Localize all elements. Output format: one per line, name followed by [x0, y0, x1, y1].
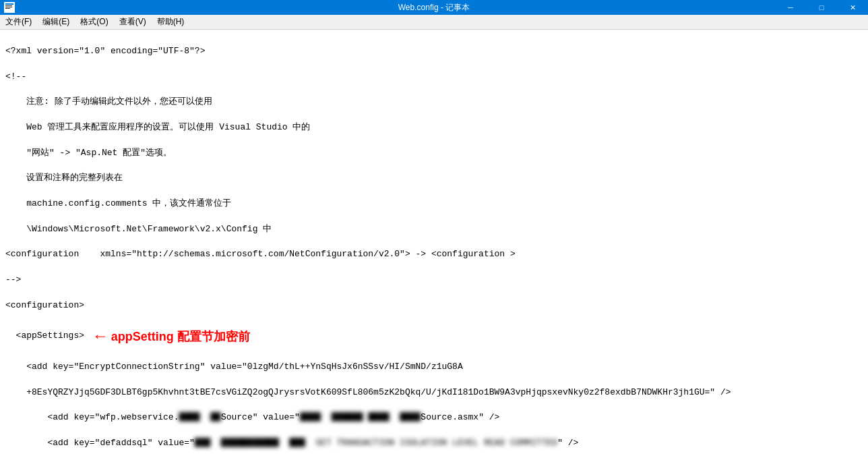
- line-8: \Windows\Microsoft.Net\Framework\v2.x\Co…: [5, 223, 863, 236]
- text-content[interactable]: <?xml version="1.0" encoding="UTF-8"?> <…: [0, 30, 868, 458]
- line-12: <appSettings> ←appSetting 配置节加密前: [5, 324, 863, 348]
- view-menu-item[interactable]: 查看(V): [114, 15, 152, 29]
- line-4: Web 管理工具来配置应用程序的设置。可以使用 Visual Studio 中的: [5, 121, 863, 134]
- line-3: 注意: 除了手动编辑此文件以外，您还可以使用: [5, 96, 863, 109]
- menu-bar: 文件(F) 编辑(E) 格式(O) 查看(V) 帮助(H): [0, 15, 868, 30]
- line-15: <add key="wfp.webservice.████ ██Source" …: [5, 411, 863, 424]
- line-9: <configuration xmlns="http://schemas.mic…: [5, 248, 863, 261]
- line-6: 设置和注释的完整列表在: [5, 172, 863, 185]
- line-5: "网站" -> "Asp.Net 配置"选项。: [5, 147, 863, 160]
- maximize-button[interactable]: □: [806, 0, 837, 15]
- close-button[interactable]: ✕: [837, 0, 868, 15]
- edit-menu-item[interactable]: 编辑(E): [37, 15, 75, 29]
- line-14: +8EsYQRZYJjq5GDF3DLBT6gp5Khvhnt3tBE7csVG…: [5, 387, 863, 399]
- line-7: machine.config.comments 中，该文件通常位于: [5, 198, 863, 210]
- line-1: <?xml version="1.0" encoding="UTF-8"?>: [5, 45, 863, 58]
- line-16: <add key="defaddsql" value="███ ████████…: [5, 437, 863, 450]
- title-bar: Web.config - 记事本 ─ □ ✕: [0, 0, 868, 15]
- line-2: <!--: [5, 71, 863, 84]
- app-icon: [4, 2, 15, 13]
- svg-rect-2: [5, 5, 12, 6]
- minimize-button[interactable]: ─: [775, 0, 806, 15]
- window-controls: ─ □ ✕: [775, 0, 868, 15]
- line-13: <add key="EncryptConnectionString" value…: [5, 361, 863, 374]
- arrow-annotation: ←appSetting 配置节加密前: [92, 324, 250, 348]
- window-title: Web.config - 记事本: [398, 2, 470, 13]
- file-menu-item[interactable]: 文件(F): [0, 15, 37, 29]
- help-menu-item[interactable]: 帮助(H): [152, 15, 190, 29]
- svg-rect-4: [5, 8, 10, 9]
- svg-rect-3: [5, 7, 12, 7]
- svg-rect-1: [5, 3, 13, 5]
- format-menu-item[interactable]: 格式(O): [75, 15, 113, 29]
- line-10: -->: [5, 274, 863, 287]
- line-11: <configuration>: [5, 299, 863, 312]
